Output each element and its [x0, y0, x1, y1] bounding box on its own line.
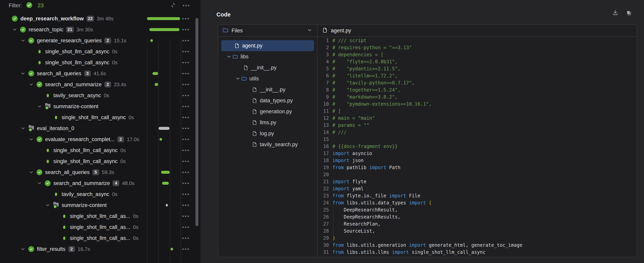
row-menu-icon[interactable]: •••: [182, 27, 190, 32]
chevron-down-icon[interactable]: [36, 103, 42, 109]
row-menu-icon[interactable]: •••: [182, 225, 190, 230]
leaf-dot: [63, 215, 65, 218]
file-tree-item-data-types-py[interactable]: data_types.py: [221, 95, 314, 106]
code-line: 19from pathlib import Path: [318, 164, 637, 171]
chevron-spacer: [36, 158, 42, 164]
code-line: 3# dependencies = [: [318, 51, 637, 58]
file-tree-item-log-py[interactable]: log.py: [221, 128, 314, 139]
tree-row[interactable]: tavily_search_async0s•••: [0, 189, 200, 200]
copy-icon[interactable]: [626, 9, 632, 16]
tree-row[interactable]: search_and_summarize223.4s•••: [0, 79, 200, 90]
filter-status-check-icon[interactable]: [26, 2, 32, 9]
line-number: 15: [318, 136, 329, 143]
tree-row[interactable]: summarize-content•••: [0, 101, 200, 112]
file-tree-item--init-py[interactable]: __init__.py: [221, 84, 314, 95]
line-number: 19: [318, 164, 329, 171]
chevron-down-icon[interactable]: [226, 54, 232, 59]
task-success-icon: [36, 169, 42, 175]
tree-row[interactable]: single_shot_llm_call_async0s•••: [0, 156, 200, 167]
row-menu-icon[interactable]: •••: [182, 49, 190, 54]
tree-row[interactable]: single_shot_llm_call_as...0s•••: [0, 211, 200, 222]
line-number: 28: [318, 228, 329, 235]
tree-row[interactable]: single_shot_llm_call_async0s•••: [0, 46, 200, 57]
tree-row[interactable]: deep_research_workflow223m 48s•••: [0, 13, 200, 24]
file-tree-item-utils[interactable]: utils: [221, 73, 314, 84]
row-menu-icon[interactable]: •••: [182, 60, 190, 65]
file-icon: [252, 87, 258, 92]
row-menu-icon[interactable]: •••: [182, 16, 190, 21]
chevron-down-icon[interactable]: [307, 27, 312, 34]
task-label: eval_iteration_0: [37, 125, 74, 131]
tree-row[interactable]: single_shot_llm_call_as...0s•••: [0, 233, 200, 244]
timeline-dot: [170, 248, 173, 251]
code-text: import json: [332, 158, 364, 163]
chevron-down-icon[interactable]: [12, 27, 18, 32]
chevron-down-icon[interactable]: [20, 246, 26, 252]
download-icon[interactable]: [612, 9, 618, 16]
tree-row[interactable]: search_all_queries341.6s•••: [0, 68, 200, 79]
row-menu-icon[interactable]: •••: [182, 159, 190, 164]
tree-row[interactable]: evaluate_research_complet...217.0s•••: [0, 134, 200, 145]
chevron-down-icon[interactable]: [28, 169, 34, 175]
row-menu-icon[interactable]: •••: [182, 170, 190, 175]
tree-row[interactable]: tavily_search_async0s•••: [0, 90, 200, 101]
task-label: single_shot_llm_call_async: [45, 60, 109, 66]
folder-check-icon: [53, 202, 59, 208]
file-tree-item--init-py[interactable]: __init__.py: [221, 62, 314, 73]
row-menu-icon[interactable]: •••: [182, 181, 190, 186]
row-menu-icon[interactable]: •••: [182, 192, 190, 197]
chevron-down-icon[interactable]: [36, 180, 42, 186]
tree-row[interactable]: generate_research_queries215.1s•••: [0, 35, 200, 46]
file-tree-item-generation-py[interactable]: generation.py: [221, 106, 314, 117]
row-menu-icon[interactable]: •••: [182, 148, 190, 153]
task-label: summarize-content: [62, 202, 107, 208]
file-tree-item-tavily-search-py[interactable]: tavily_search.py: [221, 139, 314, 150]
tree-row[interactable]: search_all_queries559.3s•••: [0, 167, 200, 178]
code-text: DeepResearchResults,: [332, 214, 400, 220]
code-text: from libs.utils.data_types import (: [332, 200, 432, 206]
filter-count: 23: [38, 2, 44, 9]
row-menu-icon[interactable]: •••: [182, 203, 190, 208]
chevron-down-icon[interactable]: [45, 202, 51, 208]
collapse-panel-icon[interactable]: [170, 2, 176, 9]
tree-row[interactable]: eval_iteration_0•••: [0, 123, 200, 134]
file-tree-item-llms-py[interactable]: llms.py: [221, 117, 314, 128]
tree-row[interactable]: single_shot_llm_call_async0s•••: [0, 57, 200, 68]
row-menu-icon[interactable]: •••: [182, 38, 190, 43]
row-menu-icon[interactable]: •••: [182, 115, 190, 120]
file-name: llms.py: [260, 120, 276, 126]
tree-row[interactable]: filter_results216.7s•••: [0, 244, 200, 255]
code-tab[interactable]: agent.py: [318, 25, 637, 37]
row-menu-icon[interactable]: •••: [182, 82, 190, 87]
tree-row[interactable]: single_shot_llm_call_async0s•••: [0, 145, 200, 156]
tree-row[interactable]: research_topic213m 30s•••: [0, 24, 200, 35]
file-tree-item-libs[interactable]: libs: [221, 51, 314, 62]
row-menu-icon[interactable]: •••: [182, 247, 190, 252]
chevron-down-icon[interactable]: [20, 125, 26, 131]
row-menu-icon[interactable]: •••: [182, 93, 190, 98]
tree-row[interactable]: summarize-content•••: [0, 200, 200, 211]
row-menu-icon[interactable]: •••: [182, 236, 190, 241]
row-menu-icon[interactable]: •••: [182, 126, 190, 131]
tree-row[interactable]: single_shot_llm_call_as...0s•••: [0, 222, 200, 233]
row-menu-icon[interactable]: •••: [182, 137, 190, 142]
tree-row[interactable]: search_and_summarize448.0s•••: [0, 178, 200, 189]
row-menu-icon[interactable]: •••: [182, 104, 190, 109]
chevron-down-icon[interactable]: [28, 136, 34, 142]
chevron-down-icon[interactable]: [20, 70, 26, 76]
row-menu-icon[interactable]: •••: [182, 71, 190, 76]
row-menu-icon[interactable]: •••: [182, 214, 190, 219]
chevron-down-icon[interactable]: [234, 76, 241, 81]
files-header[interactable]: Files: [218, 25, 317, 37]
code-text: from flyte.io._file import File: [332, 193, 420, 199]
panel-menu-icon[interactable]: •••: [183, 3, 190, 8]
code-line: 9# "markdown==3.8.2",: [318, 93, 637, 101]
chevron-down-icon[interactable]: [20, 38, 26, 43]
code-editor[interactable]: 1# /// script2# requires-python = "==3.1…: [318, 37, 637, 257]
tree-row[interactable]: single_shot_llm_call_async0s•••: [0, 112, 200, 123]
file-tree-item-agent-py[interactable]: agent.py: [221, 40, 314, 51]
task-leaf-dot-icon: [36, 48, 42, 55]
code-text: import flyte: [332, 179, 366, 184]
tree-scrollbar[interactable]: [196, 18, 198, 226]
chevron-down-icon[interactable]: [28, 81, 34, 87]
